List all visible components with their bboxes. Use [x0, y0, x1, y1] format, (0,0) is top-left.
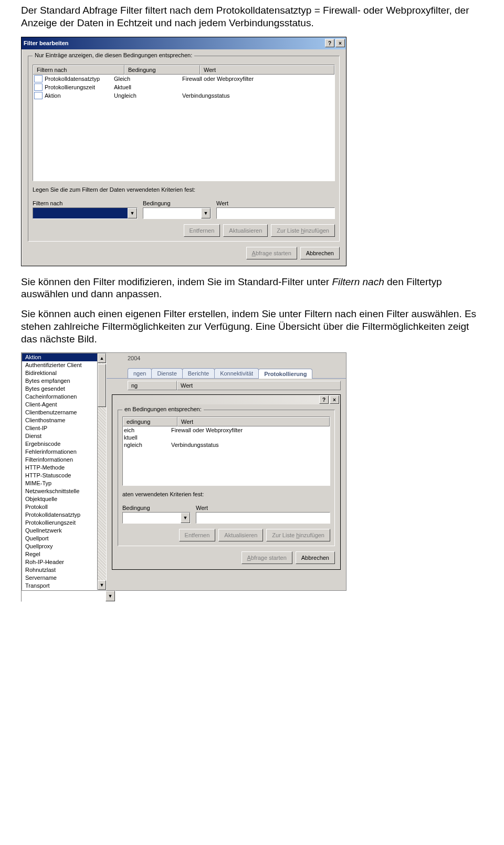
scroll-track[interactable]	[98, 363, 106, 580]
filter-dialog: Filter bearbeiten ? × Nur Einträge anzei…	[21, 37, 346, 266]
partial-col-wert2: Wert	[177, 417, 330, 426]
dropdown-option[interactable]: Ergebniscode	[22, 440, 97, 448]
list-header: Filtern nach Bedingung Wert	[33, 65, 334, 75]
dropdown-option[interactable]: Protokolldatensatztyp	[22, 511, 97, 519]
cancel-button[interactable]: Abbrechen	[296, 551, 335, 564]
dropdown-option[interactable]: Dienst	[22, 432, 97, 440]
list-row[interactable]: Aktion Ungleich Verbindungsstatus	[33, 91, 334, 100]
partial-listview[interactable]: edingung Wert eich Firewall oder Webprox…	[122, 416, 330, 486]
list-row[interactable]: Protokollierungszeit Aktuell	[33, 83, 334, 91]
cancel-button[interactable]: Abbrechen	[300, 247, 340, 259]
value-input[interactable]	[216, 207, 335, 219]
list-row[interactable]: ktuell	[123, 434, 330, 441]
chevron-down-icon[interactable]: ▼	[128, 208, 137, 218]
close-button[interactable]: ×	[330, 395, 339, 404]
filter-by-combo[interactable]: ▼	[33, 207, 138, 219]
add-to-list-button[interactable]: Zur Liste hinzufügen	[266, 529, 330, 541]
filter-by-selection	[33, 208, 128, 218]
dropdown-option[interactable]: Client-Agent	[22, 401, 97, 409]
dropdown-option[interactable]: Clientbenutzername	[22, 409, 97, 416]
filter-combo-collapsed[interactable]: ▼	[21, 590, 116, 602]
p2-italic: Filtern nach	[332, 276, 384, 287]
dropdown-option[interactable]: Quellnetzwerk	[22, 527, 97, 535]
tab-protokollierung[interactable]: Protokollierung	[258, 369, 312, 379]
dropdown-option[interactable]: Rohnutzlast	[22, 566, 97, 574]
start-query-button[interactable]: Abfrage starten	[242, 551, 292, 564]
dropdown-option[interactable]: Objektquelle	[22, 495, 97, 503]
start-query-button[interactable]: Abfrage starten	[246, 247, 297, 259]
dropdown-option[interactable]: Aktion	[22, 353, 97, 361]
dropdown-scrollbar[interactable]: ▲ ▼	[97, 353, 106, 590]
filter-dropdown-list[interactable]: AktionAuthentifizierter ClientBidirektio…	[22, 353, 107, 590]
dropdown-option[interactable]: Regel	[22, 550, 97, 558]
col-condition-header[interactable]: Bedingung	[124, 65, 200, 75]
dropdown-option[interactable]: Client-IP	[22, 424, 97, 432]
cell-filter: Protokolldatensatztyp	[45, 76, 100, 82]
list-row[interactable]: ngleich Verbindungsstatus	[123, 441, 330, 448]
list-row[interactable]: Protokolldatensatztyp Gleich Firewall od…	[33, 75, 334, 83]
dropdown-option[interactable]: Clienthostname	[22, 416, 97, 424]
dialog-title: Filter bearbeiten	[24, 40, 69, 46]
refresh-button[interactable]: Aktualisieren	[223, 224, 268, 237]
tab-ngen[interactable]: ngen	[128, 368, 152, 378]
dropdown-option[interactable]: Netzwerkschnittstelle	[22, 487, 97, 495]
partial-condition-combo[interactable]: ▼	[122, 512, 191, 524]
conditions-listview[interactable]: Filtern nach Bedingung Wert Protokolldat…	[33, 65, 335, 181]
cell-filter: Aktion	[45, 92, 61, 99]
partial-col-wert: Wert	[177, 381, 341, 390]
partial-cell-wert: Firewall oder Webproxyfilter	[171, 427, 329, 433]
tab-berichte[interactable]: Berichte	[182, 368, 215, 378]
condition-combo[interactable]: ▼	[143, 207, 211, 219]
criteria-filter-label: Filtern nach	[33, 200, 138, 206]
dropdown-option[interactable]: MIME-Typ	[22, 479, 97, 487]
list-row[interactable]: eich Firewall oder Webproxyfilter	[123, 426, 330, 434]
dropdown-option[interactable]: Quellport	[22, 535, 97, 543]
scroll-up-icon[interactable]: ▲	[98, 353, 106, 363]
chevron-down-icon[interactable]: ▼	[201, 208, 211, 218]
dropdown-option[interactable]: HTTP-Methode	[22, 464, 97, 472]
filter-dialog-figure: Filter bearbeiten ? × Nur Einträge anzei…	[21, 37, 483, 266]
remove-button[interactable]: Entfernen	[179, 529, 216, 541]
scroll-thumb[interactable]	[98, 364, 106, 407]
dropdown-option[interactable]: Roh-IP-Header	[22, 558, 97, 566]
dropdown-option[interactable]: Bytes empfangen	[22, 377, 97, 385]
partial-col-ng: ng	[128, 381, 177, 390]
dropdown-option[interactable]: Bytes gesendet	[22, 385, 97, 393]
dropdown-option[interactable]: Filterinformationen	[22, 456, 97, 464]
dropdown-option[interactable]: Protokollierungszeit	[22, 519, 97, 527]
partial-cond-input	[123, 513, 181, 523]
condition-selection	[143, 208, 201, 218]
tab-konnektivitaet[interactable]: Konnektivität	[214, 368, 259, 378]
remove-button[interactable]: Entfernen	[184, 224, 220, 237]
tab-bar: ngen Dienste Berichte Konnektivität Prot…	[107, 353, 346, 379]
dropdown-option[interactable]: Bidirektional	[22, 369, 97, 377]
help-button[interactable]: ?	[319, 395, 329, 404]
criteria-cond-label: Bedingung	[143, 200, 211, 206]
tab-dienste[interactable]: Dienste	[151, 368, 182, 378]
filter-options-figure: AktionAuthentifizierter ClientBidirektio…	[21, 352, 483, 602]
dropdown-items-container: AktionAuthentifizierter ClientBidirektio…	[22, 353, 97, 590]
chevron-down-icon[interactable]: ▼	[106, 591, 115, 601]
col-filter-header[interactable]: Filtern nach	[33, 65, 124, 75]
partial-cell-cond: eich	[124, 427, 171, 433]
dropdown-option[interactable]: Protokoll	[22, 503, 97, 511]
dropdown-option[interactable]: HTTP-Statuscode	[22, 472, 97, 479]
chevron-down-icon[interactable]: ▼	[181, 513, 190, 523]
cell-cond: Ungleich	[114, 92, 182, 99]
refresh-button[interactable]: Aktualisieren	[218, 529, 263, 541]
criteria-value-label: Wert	[216, 200, 335, 206]
scroll-down-icon[interactable]: ▼	[98, 580, 106, 590]
partial-value-input[interactable]	[196, 512, 330, 524]
dropdown-option[interactable]: Cacheinformationen	[22, 393, 97, 401]
dropdown-option[interactable]: Quellproxy	[22, 543, 97, 550]
dropdown-option[interactable]: Servername	[22, 574, 97, 582]
dropdown-option[interactable]: Fehlerinformationen	[22, 448, 97, 456]
col-value-header[interactable]: Wert	[200, 65, 334, 75]
inner-dialog-partial: ? × en Bedingungen entsprechen: edingung…	[112, 394, 341, 570]
help-button[interactable]: ?	[325, 39, 334, 47]
dropdown-option[interactable]: Transport	[22, 582, 97, 590]
dropdown-option[interactable]: Authentifizierter Client	[22, 361, 97, 369]
add-to-list-button[interactable]: Zur Liste hinzufügen	[271, 224, 335, 237]
partial-cell-cond: ktuell	[124, 434, 171, 441]
close-button[interactable]: ×	[335, 39, 345, 47]
